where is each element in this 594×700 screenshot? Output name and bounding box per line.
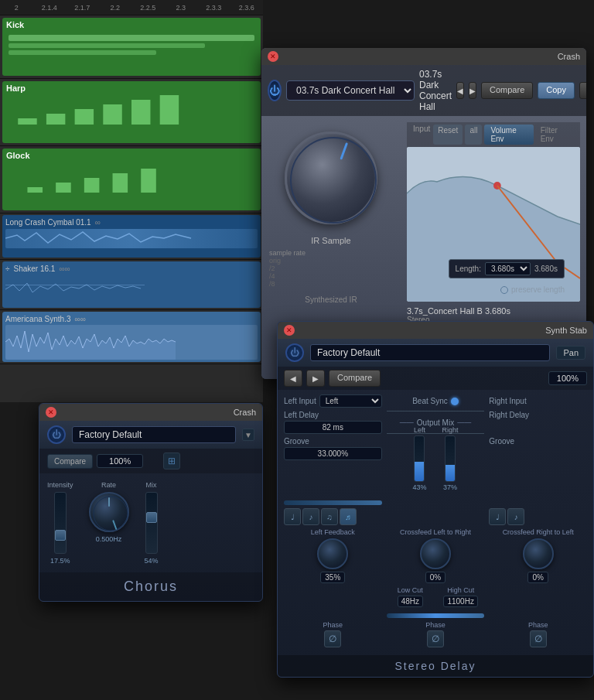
svg-rect-8 xyxy=(84,178,100,193)
chorus-title: Chorus xyxy=(39,572,262,601)
space-designer-preset-select[interactable]: 03.7s Dark Concert Hall xyxy=(286,80,415,101)
space-designer-nav-next[interactable]: ▶ xyxy=(469,82,476,99)
phase-row: Phase ∅ Phase ∅ Phase ∅ xyxy=(284,621,587,647)
space-designer-close-button[interactable]: ✕ xyxy=(268,51,278,62)
high-cut-group: High Cut 1100Hz xyxy=(437,586,484,607)
beat-sync-label: Beat Sync xyxy=(412,397,448,405)
filter-env-tab[interactable]: Filter Env xyxy=(536,125,574,145)
track-crash-cymbal: Long Crash Cymbal 01.1 ∞ xyxy=(0,215,263,260)
svg-rect-2 xyxy=(75,109,94,125)
stereo-delay-compare-button[interactable]: Compare xyxy=(329,370,381,387)
chorus-percent-display: 100% xyxy=(97,454,143,468)
high-cut-value[interactable]: 1100Hz xyxy=(443,596,477,607)
stereo-delay-window: ✕ Synth Stab ⏻ Factory Default Pan ◀ ▶ C… xyxy=(277,321,594,678)
mix-label: Mix xyxy=(146,481,157,489)
preserve-label: preserve length xyxy=(511,285,565,294)
low-cut-label: Low Cut xyxy=(398,586,423,594)
track-label-synth: Americana Synth.3 xyxy=(5,315,71,323)
svg-rect-0 xyxy=(18,118,36,125)
left-feedback-knob[interactable] xyxy=(317,538,348,569)
groove-row: Groove 33.000% xyxy=(284,437,382,491)
svg-rect-6 xyxy=(27,187,43,193)
left-feedback-value: 35% xyxy=(320,572,345,583)
slider-rows xyxy=(284,494,587,505)
length-label: Length: xyxy=(456,265,481,273)
left-delay-slider[interactable] xyxy=(284,500,382,505)
phase-right-button[interactable]: ∅ xyxy=(530,630,547,647)
phase-center-button[interactable]: ∅ xyxy=(427,630,444,647)
right-note-btn-1[interactable]: ♩ xyxy=(489,508,506,525)
ruler-mark-7: 2.3.3 xyxy=(197,4,230,12)
chorus-knobs-area: Intensity 17.5% Rate 0.500Hz Mix 54% xyxy=(39,473,262,572)
rate-knob[interactable] xyxy=(89,492,129,532)
preserve-checkbox[interactable] xyxy=(500,286,508,294)
left-fader[interactable] xyxy=(414,435,425,482)
space-designer-power-button[interactable]: ⏻ xyxy=(268,80,282,101)
space-designer-compare-button[interactable]: Compare xyxy=(481,82,533,99)
note-btn-1[interactable]: ♩ xyxy=(284,508,301,525)
left-input-select[interactable]: Left xyxy=(319,394,382,408)
svg-marker-12 xyxy=(5,331,176,360)
cut-freq-slider[interactable] xyxy=(387,613,485,618)
chorus-dropdown-button[interactable]: ▼ xyxy=(242,429,254,441)
stereo-delay-nav-next[interactable]: ▶ xyxy=(306,370,325,387)
low-cut-value[interactable]: 48Hz xyxy=(398,596,423,607)
left-input-row: Left Input Left xyxy=(284,394,382,408)
ruler-mark-6: 2.3 xyxy=(165,4,198,12)
svg-line-18 xyxy=(113,521,116,528)
note-btn-2[interactable]: ♪ xyxy=(302,508,319,525)
chorus-link-button[interactable]: ⊞ xyxy=(163,452,180,470)
stereo-delay-nav-prev[interactable]: ◀ xyxy=(284,370,302,387)
svg-rect-7 xyxy=(56,183,71,193)
right-fader[interactable] xyxy=(445,435,456,482)
synthesized-ir-label: Synthesized IR xyxy=(305,295,357,304)
sd-tab-bar: Input Reset all Volume Env Filter Env xyxy=(407,122,580,147)
length-select[interactable]: 3.680s xyxy=(485,262,531,275)
intensity-value: 17.5% xyxy=(50,557,70,565)
crossfeed-rl-group: Crossfeed Right to Left 0% xyxy=(489,528,587,583)
svg-line-14 xyxy=(341,144,346,159)
left-feedback-group: Left Feedback 35% xyxy=(284,528,382,583)
chorus-preset-bar: Compare 100% ⊞ xyxy=(39,449,262,473)
left-delay-row: Left Delay 82 ms xyxy=(284,411,382,434)
note-btn-4[interactable]: ♬ xyxy=(340,508,357,525)
beat-sync-led[interactable] xyxy=(451,398,459,405)
note-btn-3[interactable]: ♫ xyxy=(321,508,338,525)
left-input-label: Left Input xyxy=(284,397,316,405)
mix-slider-thumb xyxy=(146,512,157,523)
mix-value: 54% xyxy=(145,557,159,565)
power-icon: ⏻ xyxy=(269,84,280,97)
space-designer-nav-prev[interactable]: ◀ xyxy=(456,82,464,99)
cut-row: Low Cut 48Hz High Cut 1100Hz xyxy=(284,586,587,607)
right-input-label: Right Input xyxy=(489,397,526,405)
mix-slider[interactable] xyxy=(145,492,158,554)
stereo-delay-close-button[interactable]: ✕ xyxy=(284,325,295,336)
crossfeed-lr-knob[interactable] xyxy=(420,538,451,569)
svg-rect-1 xyxy=(46,114,65,125)
all-button[interactable]: all xyxy=(465,125,482,145)
space-designer-copy-button[interactable]: Copy xyxy=(538,82,575,99)
ruler-mark-1: 2 xyxy=(0,4,33,12)
space-designer-main-knob[interactable] xyxy=(285,131,377,224)
stereo-delay-power-button[interactable]: ⏻ xyxy=(285,343,304,362)
chorus-close-button[interactable]: ✕ xyxy=(46,407,56,418)
space-designer-paste-button[interactable]: Paste xyxy=(579,82,586,99)
svg-rect-11 xyxy=(5,285,145,285)
reset-button[interactable]: Reset xyxy=(433,125,463,145)
chorus-compare-button[interactable]: Compare xyxy=(47,454,93,469)
beat-sync-row: Beat Sync xyxy=(387,394,485,408)
svg-rect-5 xyxy=(160,95,179,125)
volume-env-tab[interactable]: Volume Env xyxy=(484,125,533,145)
phase-left-group: Phase ∅ xyxy=(284,621,382,647)
crossfeed-rl-knob[interactable] xyxy=(523,538,554,569)
ruler-mark-4: 2.2 xyxy=(99,4,132,12)
phase-left-label: Phase xyxy=(323,621,343,629)
chorus-power-button[interactable]: ⏻ xyxy=(47,425,66,444)
right-note-btn-2[interactable]: ♪ xyxy=(507,508,524,525)
left-delay-value[interactable]: 82 ms xyxy=(284,421,382,434)
phase-left-button[interactable]: ∅ xyxy=(324,630,341,647)
ruler-mark-3: 2.1.7 xyxy=(66,4,99,12)
intensity-slider[interactable] xyxy=(54,492,67,554)
groove-value[interactable]: 33.000% xyxy=(284,447,382,460)
svg-rect-3 xyxy=(103,104,121,125)
